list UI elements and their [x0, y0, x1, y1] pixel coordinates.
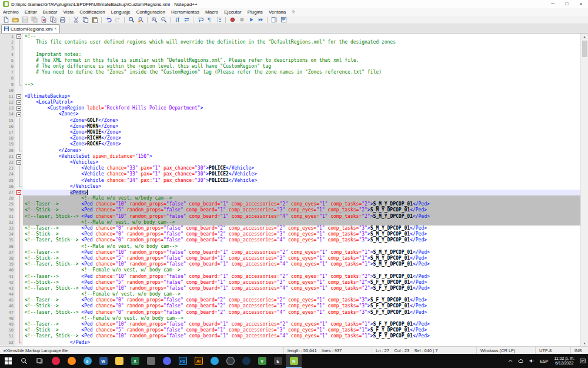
menu-item-editar[interactable]: Editar [22, 8, 40, 16]
code-text[interactable]: <!--Stick--> <Ped chance="0" random_prop… [23, 303, 580, 309]
code-line-26[interactable]: 26 </Vehicles> [0, 184, 580, 190]
menu-item-codificaci-n[interactable]: Codificación [76, 8, 108, 16]
code-line-16[interactable]: 16 <Zone>MORN</Zone> [0, 124, 580, 130]
undo-button[interactable] [103, 16, 113, 24]
line-number[interactable]: 32 [0, 220, 15, 226]
code-text[interactable]: <LocalPatrol> [23, 100, 580, 105]
line-number[interactable]: 26 [0, 184, 15, 190]
taskbar-notepad-plus-plus[interactable]: N [286, 354, 302, 368]
code-text[interactable]: <Zone>GOLF</Zone> [23, 118, 580, 124]
taskbar-illustrator[interactable]: Ai [191, 354, 206, 368]
print-button[interactable] [58, 16, 67, 24]
copy-button[interactable] [81, 16, 90, 24]
code-text[interactable]: <!--Taser, Stick--> <Ped chance="10" ran… [23, 286, 580, 291]
menu-item-ventana[interactable]: Ventana [266, 8, 289, 16]
status-insert-mode[interactable]: INS [570, 347, 588, 354]
code-line-32[interactable]: 32 <!--Male w/ vest, w/o body cam--> [0, 220, 580, 226]
paste-button[interactable] [90, 16, 99, 24]
line-number[interactable]: 30 [0, 207, 15, 213]
code-text[interactable]: <!--Taser--> <Ped chance="10" random_pro… [23, 274, 580, 280]
tray-cloud-icon[interactable] [516, 358, 526, 364]
code-text[interactable]: <VehicleSet spawn_distance="150"> [23, 154, 580, 160]
code-text[interactable]: <Vehicle chance="33" pax="1" pax_chance=… [23, 165, 580, 171]
code-line-3[interactable]: 3 [0, 45, 580, 51]
line-number[interactable]: 48 [0, 316, 15, 321]
function-list-button[interactable] [279, 16, 288, 24]
code-line-49[interactable]: 49<!--Taser--> <Ped chance="10" random_p… [0, 321, 580, 327]
tray-chevron-up-icon[interactable] [505, 358, 516, 364]
line-number[interactable]: 41 [0, 274, 15, 280]
taskbar-obs[interactable] [222, 354, 238, 368]
code-text[interactable]: # You need to define the "Zones" inside … [23, 69, 580, 75]
menu-item-archivo[interactable]: Archivo [0, 8, 22, 16]
taskbar-discord[interactable] [159, 354, 175, 368]
line-number[interactable]: 16 [0, 124, 15, 130]
zoom-out-button[interactable] [159, 16, 168, 24]
code-line-21[interactable]: 21 <VehicleSet spawn_distance="150"> [0, 154, 580, 160]
taskbar-file-explorer[interactable] [111, 354, 127, 368]
code-text[interactable]: <Zone>MOVIE</Zone> [23, 130, 580, 135]
open-file-button[interactable] [11, 16, 20, 24]
line-number[interactable]: 44 [0, 291, 15, 297]
code-line-41[interactable]: 41<!--Taser--> <Ped chance="10" random_p… [0, 274, 580, 280]
start-button[interactable] [0, 354, 16, 368]
code-line-44[interactable]: 44 <!--Female w/ vest, w/o body cam--> [0, 291, 580, 297]
line-number[interactable]: 35 [0, 237, 15, 243]
code-text[interactable]: <CustomRegion label="Rockford Hills Poli… [23, 105, 580, 111]
taskbar-opera-gx[interactable] [48, 354, 64, 368]
macro-stop-button[interactable] [237, 16, 246, 24]
line-number[interactable]: 19 [0, 141, 15, 147]
code-line-11[interactable]: 11<UltimateBackup> [0, 94, 580, 100]
menu-item-?[interactable]: ? [289, 8, 297, 16]
line-number[interactable]: 29 [0, 201, 15, 207]
fold-toggle[interactable] [15, 111, 23, 117]
code-line-22[interactable]: 22 <Vehicles> [0, 160, 580, 165]
menu-item-macro[interactable]: Macro [202, 8, 221, 16]
status-eol-format[interactable]: Windows (CR LF) [476, 347, 535, 354]
code-line-20[interactable]: 20 </Zones> [0, 148, 580, 154]
line-number[interactable]: 14 [0, 111, 15, 117]
tray-volume-icon[interactable] [526, 358, 537, 364]
code-line-40[interactable]: 40 <!--Female w/o vest, w/ body cam--> [0, 267, 580, 273]
status-encoding[interactable]: UTF-8 [535, 347, 570, 354]
line-number[interactable]: 24 [0, 171, 15, 177]
code-text[interactable]: <Vehicle chance="33" pax="1" pax_chance=… [23, 171, 580, 177]
fold-toggle[interactable] [15, 94, 23, 100]
zoom-in-button[interactable] [149, 16, 159, 24]
menu-item-lenguaje[interactable]: Lenguaje [108, 8, 133, 16]
code-text[interactable]: <!--Male w/o vest, w/body cam--> [23, 195, 580, 201]
code-line-23[interactable]: 23 <Vehicle chance="33" pax="1" pax_chan… [0, 165, 580, 171]
code-text[interactable]: <Vehicles> [23, 160, 580, 165]
code-text[interactable]: <!--Stick--> <Ped chance="5" random_prop… [23, 280, 580, 286]
taskbar-photos[interactable] [143, 354, 159, 368]
taskbar-search[interactable] [16, 354, 32, 368]
word-wrap-button[interactable] [195, 16, 205, 24]
find-button[interactable] [126, 16, 136, 24]
code-line-15[interactable]: 15 <Zone>GOLF</Zone> [0, 118, 580, 124]
code-line-1[interactable]: 1<!-- [0, 34, 580, 39]
code-text[interactable]: <UltimateBackup> [23, 94, 580, 100]
line-number[interactable]: 11 [0, 94, 15, 100]
code-line-48[interactable]: 48 <!--Female w/o vest, w/o body cam--> [0, 316, 580, 321]
code-line-25[interactable]: 25 <Vehicle chance="34" pax="1" pax_chan… [0, 178, 580, 184]
taskbar-word[interactable]: W [95, 354, 111, 368]
maximize-button[interactable]: □ [560, 0, 574, 8]
scrollbar-thumb[interactable] [582, 41, 587, 57]
code-line-45[interactable]: 45<!--Taser--> <Ped chance="0" random_pr… [0, 297, 580, 303]
sync-vertical-scroll-button[interactable] [172, 16, 182, 24]
code-text[interactable] [23, 75, 580, 81]
code-line-5[interactable]: 5 # The XML format in this file is simil… [0, 58, 580, 64]
line-number[interactable]: 12 [0, 100, 15, 105]
taskbar-firefox[interactable] [64, 354, 79, 368]
menu-item-ejecutar[interactable]: Ejecutar [221, 8, 244, 16]
line-number[interactable]: 7 [0, 69, 15, 75]
code-line-9[interactable]: 9--> [0, 82, 580, 88]
line-number[interactable]: 6 [0, 64, 15, 69]
code-text[interactable]: <!--Taser--> <Ped chance="10" random_pro… [23, 250, 580, 256]
line-number[interactable]: 25 [0, 178, 15, 184]
code-line-42[interactable]: 42<!--Stick--> <Ped chance="5" random_pr… [0, 280, 580, 286]
notepad-plus-plus-app-icon[interactable] [3, 1, 9, 7]
fold-toggle[interactable] [15, 34, 23, 39]
line-number[interactable]: 5 [0, 58, 15, 64]
code-text[interactable]: <!--Taser--> <Ped chance="0" random_prop… [23, 297, 580, 303]
